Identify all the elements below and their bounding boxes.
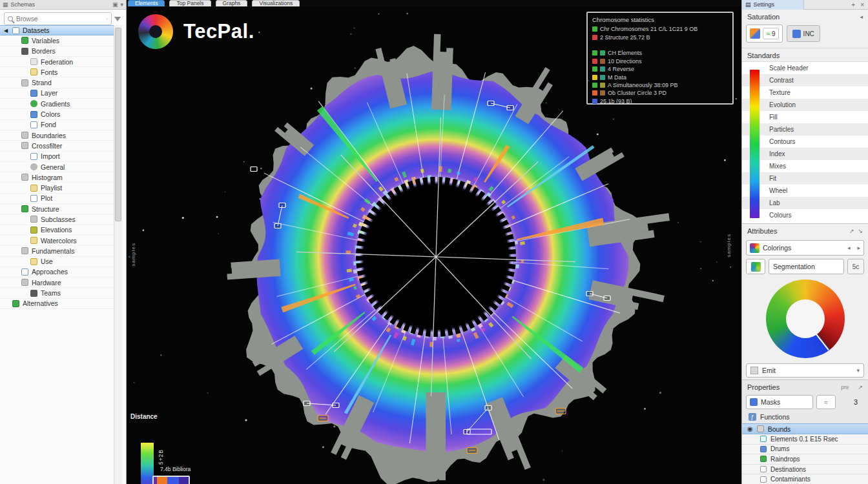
standards-row-mixes[interactable]: Mixes xyxy=(742,160,868,172)
orange-tag[interactable] xyxy=(467,448,477,454)
panel-menu-icon[interactable]: ▾ xyxy=(120,1,123,8)
standards-row-texture[interactable]: Texture xyxy=(742,86,868,99)
layer-item-elements-0-1-e15-rsec[interactable]: Elements 0.1 E15 Rsec xyxy=(742,434,868,445)
standards-row-contours[interactable]: Contours xyxy=(742,136,868,148)
standards-row-contrast[interactable]: Contrast xyxy=(742,74,868,86)
dock-panel-icon[interactable]: ▣ xyxy=(112,1,118,8)
standards-row-particles[interactable]: Particles xyxy=(742,123,868,136)
sidebar-item-import[interactable]: Import xyxy=(0,152,114,162)
doc-item-icon xyxy=(30,185,37,192)
left-scrollbar-thumb[interactable] xyxy=(115,28,121,221)
prev-icon[interactable]: ◂ xyxy=(847,245,851,251)
layer-item-contaminants[interactable]: Contaminants xyxy=(742,474,868,484)
sidebar-item-borders[interactable]: Borders xyxy=(0,46,114,57)
expand-icon[interactable]: ↗ xyxy=(849,228,854,234)
sidebar-item-crossfilter[interactable]: Crossfilter xyxy=(0,141,114,151)
layer-chip-icon xyxy=(757,425,764,432)
search-input[interactable] xyxy=(16,15,103,23)
sidebar-item-playlist[interactable]: Playlist xyxy=(0,183,114,193)
sidebar-item-histogram[interactable]: Histogram xyxy=(0,172,114,183)
sidebar-item-subclasses[interactable]: Subclasses xyxy=(0,214,114,225)
gradient-value-field[interactable]: ≈ 9 xyxy=(763,28,779,39)
masks-dropdown[interactable]: Masks xyxy=(746,395,813,409)
sidebar-item-teams[interactable]: Teams xyxy=(0,288,114,298)
segmentation-value[interactable]: 5c xyxy=(847,259,864,274)
color-ramp[interactable] xyxy=(750,70,760,218)
sidebar-item-fundamentals[interactable]: Fundamentals xyxy=(0,246,114,256)
sidebar-item-datasets[interactable]: ◀Datasets xyxy=(0,25,114,35)
standards-row-index[interactable]: Index xyxy=(742,148,868,160)
collapse-arrow-icon[interactable]: ◀ xyxy=(3,28,9,34)
search-box[interactable]: ◦ xyxy=(4,12,112,25)
segmentation-button[interactable] xyxy=(746,259,765,274)
sidebar-item-gradients[interactable]: Gradients xyxy=(0,99,114,109)
sidebar-item-federation[interactable]: Federation xyxy=(0,57,114,67)
sidebar-item-label: Crossfilter xyxy=(32,142,62,150)
sidebar-item-layer[interactable]: Layer xyxy=(0,88,114,99)
layer-item-raindrops[interactable]: Raindrops xyxy=(742,454,868,465)
sidebar-item-general[interactable]: General xyxy=(0,162,114,172)
sidebar-item-elevations[interactable]: Elevations xyxy=(0,225,114,236)
sidebar-item-approaches[interactable]: Approaches xyxy=(0,267,114,277)
sidebar-item-strand[interactable]: Strand xyxy=(0,77,114,88)
standards-row-fit[interactable]: Fit xyxy=(742,172,868,185)
orange-tag[interactable] xyxy=(555,408,566,414)
green-item-icon xyxy=(21,205,28,212)
app-window: ▦ Schemas ▣ ▾ ◦ ◀DatasetsVariablesBorder… xyxy=(0,0,868,484)
logo: TecPal. xyxy=(138,14,254,49)
canvas-tab-visualizations[interactable]: Visualizations xyxy=(252,0,300,6)
sidebar-item-plot[interactable]: Plot xyxy=(0,194,114,204)
colorings-dropdown[interactable]: Colorings ◂ ▸ xyxy=(746,240,864,256)
sidebar-item-alternatives[interactable]: Alternatives xyxy=(0,299,114,309)
sidebar-item-variables[interactable]: Variables xyxy=(0,35,114,46)
functions-row[interactable]: ƒ Functions xyxy=(742,409,868,423)
collapse-icon[interactable]: ◂ xyxy=(860,14,863,20)
left-scrollbar[interactable] xyxy=(114,25,122,484)
standards-row-lab[interactable]: Lab xyxy=(742,197,868,209)
orange-tag[interactable] xyxy=(318,416,328,421)
visibility-eye-icon[interactable]: ◉ xyxy=(747,425,753,432)
canvas-tab-elements[interactable]: Elements xyxy=(128,0,165,6)
gray-item-icon xyxy=(21,132,28,139)
legend-item-label: 4 Reverse xyxy=(608,66,634,72)
standards-row-wheel[interactable]: Wheel xyxy=(742,185,868,197)
layer-item-drums[interactable]: Drums xyxy=(742,445,868,455)
standards-row-colours[interactable]: Colours xyxy=(742,209,868,221)
next-icon[interactable]: ▸ xyxy=(857,245,860,251)
standards-row-scale-header[interactable]: Scale Header xyxy=(742,62,868,74)
emit-dropdown[interactable]: Emit ▾ xyxy=(746,363,864,378)
properties-meta: pre xyxy=(841,384,849,390)
emit-label: Emit xyxy=(762,367,776,374)
sidebar-item-use[interactable]: Use xyxy=(0,257,114,267)
selected-layer-label: Bounds xyxy=(768,425,791,433)
sidebar-item-colors[interactable]: Colors xyxy=(0,109,114,119)
pop-out-icon[interactable]: ↗ xyxy=(858,384,863,390)
gray-item-icon xyxy=(21,279,28,286)
color-wheel[interactable] xyxy=(766,279,845,358)
filter-icon[interactable] xyxy=(114,17,121,21)
masks-curve-button[interactable]: ≈ xyxy=(816,395,836,409)
close-icon[interactable]: × xyxy=(860,1,864,8)
pin-icon[interactable]: + xyxy=(851,1,855,8)
settings-tab[interactable]: ▤ Settings xyxy=(742,0,804,10)
standards-row-evolution[interactable]: Evolution xyxy=(742,99,868,111)
gradient-picker-button[interactable]: ≈ 9 xyxy=(746,25,783,43)
standards-row-fill[interactable]: Fill xyxy=(742,111,868,123)
selected-layer-row[interactable]: ◉ Bounds xyxy=(742,423,868,434)
left-sidebar: ▦ Schemas ▣ ▾ ◦ ◀DatasetsVariablesBorder… xyxy=(0,0,127,484)
segmentation-field[interactable]: Segmentation xyxy=(769,259,844,274)
canvas-tab-graphs[interactable]: Graphs xyxy=(216,0,248,6)
annotation-marker[interactable] xyxy=(251,167,257,172)
sidebar-item-fonts[interactable]: Fonts xyxy=(0,67,114,77)
expand-all-icon[interactable]: ↘ xyxy=(858,228,863,234)
header-icons: + × xyxy=(804,1,868,8)
sidebar-item-watercolors[interactable]: Watercolors xyxy=(0,236,114,246)
canvas-tab-top-panels[interactable]: Top Panels xyxy=(169,0,211,6)
sidebar-item-boundaries[interactable]: Boundaries xyxy=(0,130,114,141)
layer-item-destinations[interactable]: Destinations xyxy=(742,465,868,475)
clear-search-icon[interactable]: ◦ xyxy=(106,16,108,22)
sidebar-item-hardware[interactable]: Hardware xyxy=(0,277,114,288)
sidebar-item-structure[interactable]: Structure xyxy=(0,204,114,214)
sidebar-item-fond[interactable]: Fond xyxy=(0,120,114,130)
inc-button[interactable]: INC xyxy=(787,25,820,42)
